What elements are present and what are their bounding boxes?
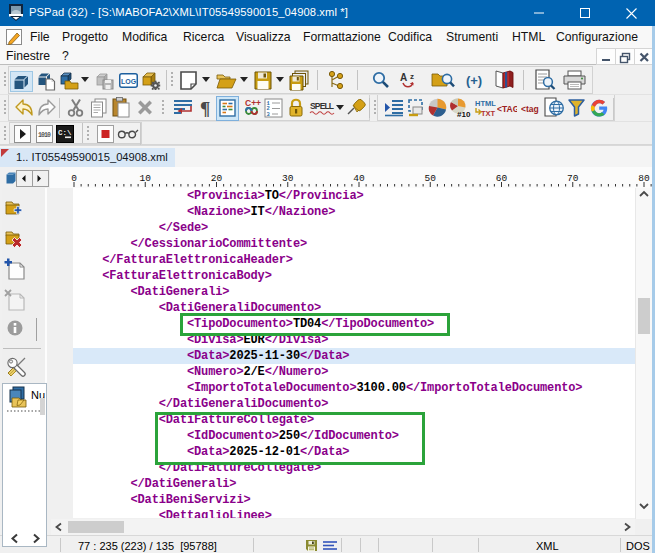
svg-text:30: 30 (282, 173, 294, 184)
svg-text:70: 70 (567, 173, 579, 184)
svg-text:z: z (410, 72, 414, 81)
svg-text:LOG: LOG (121, 78, 137, 85)
svg-text:¶: ¶ (200, 99, 210, 117)
svg-text:0: 0 (71, 173, 77, 184)
svg-text:C:\: C:\ (58, 129, 72, 137)
svg-text:40: 40 (353, 173, 365, 184)
svg-text:<tag: <tag (521, 104, 539, 114)
svg-text:1010: 1010 (38, 132, 51, 139)
svg-text:80: 80 (638, 173, 650, 184)
svg-text:60: 60 (496, 173, 508, 184)
svg-text:10: 10 (140, 173, 152, 184)
svg-text:#10: #10 (457, 110, 471, 119)
svg-text:<TAG: <TAG (497, 104, 517, 114)
svg-text:C++: C++ (245, 98, 261, 108)
svg-text:HTML: HTML (475, 99, 496, 108)
svg-text:20: 20 (211, 173, 223, 184)
svg-text:SPELL: SPELL (310, 101, 334, 111)
svg-text:(+): (+) (466, 73, 482, 88)
svg-text:A: A (400, 72, 407, 83)
svg-text:50: 50 (425, 173, 437, 184)
svg-text:TXT: TXT (481, 109, 496, 118)
